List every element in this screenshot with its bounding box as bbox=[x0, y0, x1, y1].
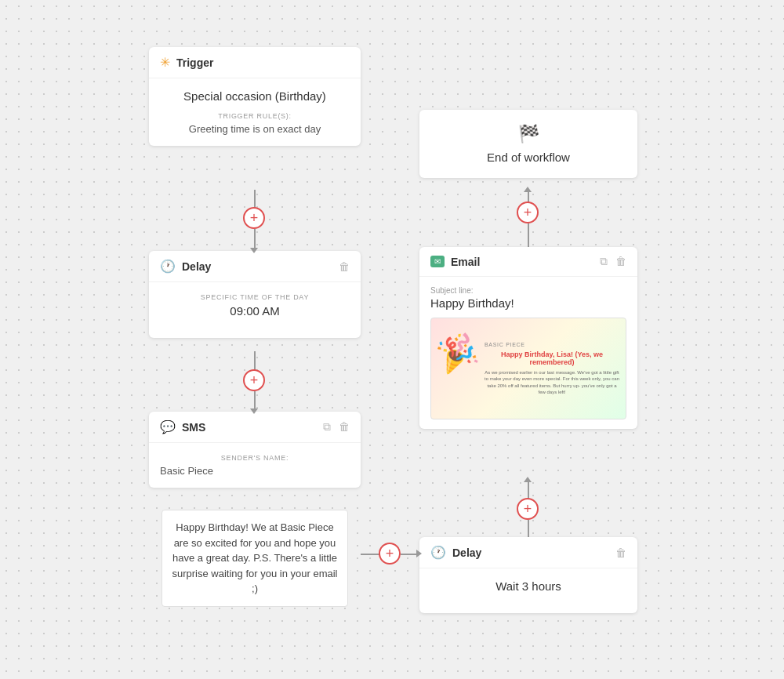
sms-message-text: Happy Birthday! We at Basic Piece are so… bbox=[172, 521, 338, 594]
email-copy-icon[interactable]: ⧉ bbox=[600, 255, 608, 268]
delay-right-title: Delay bbox=[452, 546, 481, 559]
email-card-header: ✉ Email ⧉ 🗑 bbox=[419, 247, 637, 277]
add-step-button-sms-right[interactable]: + bbox=[379, 543, 401, 565]
workflow-canvas: ✳ Trigger Special occasion (Birthday) TR… bbox=[0, 0, 784, 679]
end-workflow-icon: 🏁 bbox=[430, 124, 626, 144]
sms-message-box: Happy Birthday! We at Basic Piece are so… bbox=[162, 510, 348, 607]
sms-trash-icon[interactable]: 🗑 bbox=[339, 420, 350, 434]
trigger-main-text: Special occasion (Birthday) bbox=[160, 89, 350, 103]
arrowhead-right-1 bbox=[416, 550, 422, 557]
delay-left-icon: 🕐 bbox=[160, 259, 176, 274]
arrowhead-up-end bbox=[524, 187, 532, 192]
delay-right-actions: 🗑 bbox=[615, 546, 626, 559]
trigger-rule-value: Greeting time is on exact day bbox=[160, 123, 350, 135]
sms-icon: 💬 bbox=[160, 419, 176, 434]
email-left-section: ✉ Email bbox=[430, 256, 480, 268]
sms-card-header: 💬 SMS ⧉ 🗑 bbox=[149, 412, 361, 443]
delay-left-time-value: 09:00 AM bbox=[160, 304, 350, 318]
email-badge-icon: ✉ bbox=[430, 256, 445, 267]
connector-email-up2 bbox=[528, 520, 529, 537]
sms-sender-label: Sender's name: bbox=[160, 454, 350, 462]
delay-card-right: 🕐 Delay 🗑 Wait 3 hours bbox=[419, 537, 637, 613]
delay-left-header: 🕐 Delay 🗑 bbox=[149, 251, 361, 282]
email-actions: ⧉ 🗑 bbox=[600, 255, 626, 268]
end-workflow-body: 🏁 End of workflow bbox=[419, 110, 637, 178]
email-card: ✉ Email ⧉ 🗑 Subject line: Happy Birthday… bbox=[419, 247, 637, 429]
sms-copy-icon[interactable]: ⧉ bbox=[323, 420, 331, 434]
email-preview-heading: Happy Birthday, Lisa! (Yes, we remembere… bbox=[485, 350, 619, 366]
delay-right-trash-icon[interactable]: 🗑 bbox=[615, 546, 626, 559]
delay-left-trash-icon[interactable]: 🗑 bbox=[339, 260, 350, 273]
delay-card-left: 🕐 Delay 🗑 SPECIFIC TIME OF THE DAY 09:00… bbox=[149, 251, 361, 338]
delay-left-actions: 🗑 bbox=[339, 260, 350, 273]
email-subject-value: Happy Birthday! bbox=[430, 296, 626, 310]
add-step-button-end[interactable]: + bbox=[517, 202, 539, 223]
trigger-card: ✳ Trigger Special occasion (Birthday) TR… bbox=[149, 47, 361, 146]
delay-right-body: Wait 3 hours bbox=[419, 568, 637, 613]
arrowhead-1 bbox=[250, 248, 258, 253]
trigger-icon: ✳ bbox=[160, 55, 170, 70]
end-workflow-card: 🏁 End of workflow bbox=[419, 110, 637, 178]
sms-card-body: Sender's name: Basic Piece bbox=[149, 443, 361, 488]
trigger-card-header: ✳ Trigger bbox=[149, 47, 361, 78]
trigger-rule-label: TRIGGER RULE(S): bbox=[160, 112, 350, 120]
add-step-button-2[interactable]: + bbox=[243, 369, 265, 391]
arrowhead-up-email bbox=[524, 477, 532, 482]
email-preview-body: As we promised earlier in our last messa… bbox=[485, 369, 619, 396]
add-step-button-1[interactable]: + bbox=[243, 207, 265, 229]
trigger-card-body: Special occasion (Birthday) TRIGGER RULE… bbox=[149, 78, 361, 146]
delay-right-header: 🕐 Delay 🗑 bbox=[419, 537, 637, 568]
delay-right-wait-value: Wait 3 hours bbox=[430, 579, 626, 593]
email-trash-icon[interactable]: 🗑 bbox=[615, 255, 626, 268]
email-subject-label: Subject line: bbox=[430, 286, 626, 295]
end-workflow-title: End of workflow bbox=[430, 151, 626, 164]
sms-sender-value: Basic Piece bbox=[160, 465, 350, 477]
email-preview: 🎉 BASIC PIECE Happy Birthday, Lisa! (Yes… bbox=[430, 318, 626, 419]
email-card-body: Subject line: Happy Birthday! 🎉 BASIC PI… bbox=[419, 277, 637, 429]
delay-right-icon: 🕐 bbox=[430, 545, 446, 560]
email-preview-brand: BASIC PIECE bbox=[485, 342, 619, 347]
sms-card: 💬 SMS ⧉ 🗑 Sender's name: Basic Piece bbox=[149, 412, 361, 488]
email-title: Email bbox=[451, 256, 480, 268]
delay-left-body: SPECIFIC TIME OF THE DAY 09:00 AM bbox=[149, 282, 361, 338]
delay-left-time-label: SPECIFIC TIME OF THE DAY bbox=[160, 293, 350, 301]
arrowhead-2 bbox=[250, 408, 258, 414]
sms-actions: ⧉ 🗑 bbox=[323, 420, 350, 434]
delay-left-title: Delay bbox=[182, 260, 211, 273]
trigger-title: Trigger bbox=[176, 56, 213, 69]
sms-title: SMS bbox=[182, 421, 205, 434]
connector-line-end-up2 bbox=[528, 223, 529, 247]
add-step-button-email-top[interactable]: + bbox=[517, 498, 539, 520]
